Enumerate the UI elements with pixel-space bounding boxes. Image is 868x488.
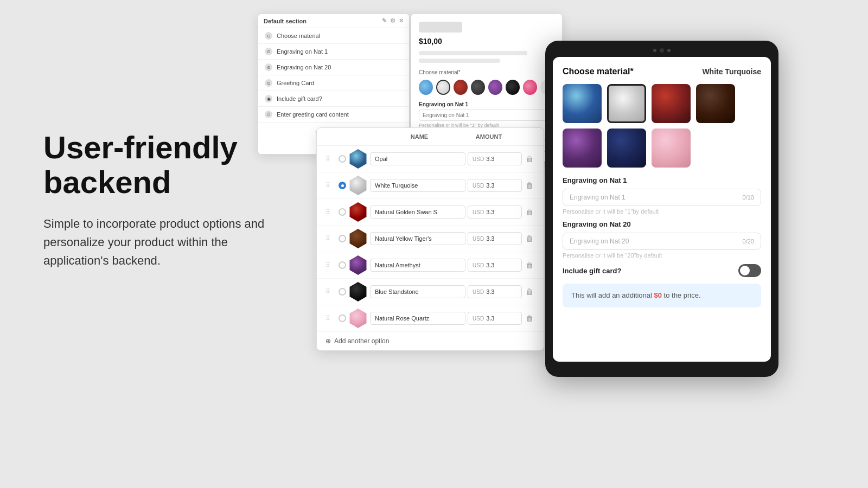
delete-standstone[interactable]: 🗑: [524, 286, 535, 297]
dice-img-amethyst: [348, 255, 368, 275]
swatch-rose[interactable]: [523, 80, 537, 95]
item-label: Engraving on Nat 1: [277, 48, 328, 55]
drag-handle[interactable]: ⠿: [326, 182, 336, 189]
drag-handle[interactable]: ⠿: [326, 235, 336, 242]
swatch-amethyst[interactable]: [488, 80, 502, 95]
item-icon: ⊙: [265, 32, 272, 40]
panel-item-material[interactable]: ⊙ Choose material: [258, 28, 409, 44]
item-icon: ⠿: [265, 111, 272, 118]
edit-icon[interactable]: ✎: [382, 17, 387, 24]
tablet-swatch-yellow[interactable]: [696, 84, 735, 123]
swatch-opal[interactable]: [419, 80, 433, 95]
radio-standstone[interactable]: [339, 288, 346, 296]
panel-item-card-content[interactable]: ⠿ Enter greeting card content: [258, 107, 409, 123]
material-label: Choose material*: [419, 69, 554, 75]
radio-golden[interactable]: [339, 208, 346, 216]
addon-text-suffix: to the price.: [664, 291, 701, 299]
item-icon: ⊙: [265, 48, 272, 55]
col-del: [519, 133, 535, 140]
table-header: NAME AMOUNT: [317, 128, 544, 146]
panel-item-giftcard[interactable]: ◉ Include gift card?: [258, 91, 409, 107]
tablet-engraving20-title: Engraving on Nat 20: [563, 220, 761, 228]
amount-field-amethyst: USD 3.3: [468, 259, 522, 272]
drag-handle[interactable]: ⠿: [326, 314, 336, 322]
tablet-swatches-grid: [563, 84, 761, 168]
settings-icon[interactable]: ⚙: [390, 17, 395, 24]
product-desc-lines: [419, 51, 554, 63]
close-icon[interactable]: ✕: [399, 17, 404, 24]
swatch-standstone[interactable]: [506, 80, 520, 95]
tablet-engraving20-count: 0/20: [743, 238, 754, 245]
backend-panel-title: Default section: [264, 18, 307, 24]
name-input-white[interactable]: [370, 179, 465, 192]
drag-handle[interactable]: ⠿: [326, 208, 336, 216]
delete-amethyst[interactable]: 🗑: [524, 260, 535, 271]
name-input-amethyst[interactable]: [370, 259, 465, 272]
panel-item-greeting[interactable]: ⊙ Greeting Card: [258, 75, 409, 91]
desc-line: [419, 59, 500, 63]
radio-opal[interactable]: [339, 155, 346, 163]
radio-white-turquoise[interactable]: [339, 182, 346, 189]
item-icon: ⊙: [265, 63, 272, 71]
radio-amethyst[interactable]: [339, 261, 346, 269]
tablet-engraving1-hint: Personalise or it will be "1"by default: [563, 208, 761, 215]
dice-img-standstone: [348, 282, 368, 301]
camera-dot: [667, 49, 671, 52]
delete-yellow[interactable]: 🗑: [524, 233, 535, 244]
delete-white[interactable]: 🗑: [524, 180, 535, 191]
tablet-swatch-golden[interactable]: [652, 84, 691, 123]
amount-field-opal: USD 3.3: [468, 152, 522, 165]
panel-item-engrave1[interactable]: ⊙ Engraving on Nat 1: [258, 44, 409, 60]
delete-golden[interactable]: 🗑: [524, 207, 535, 217]
dice-img-white: [348, 176, 368, 195]
tablet-selected-label: White Turquoise: [702, 67, 761, 76]
add-option-button[interactable]: ⊕ Add another option: [317, 332, 544, 350]
tablet-swatch-rose[interactable]: [652, 129, 691, 168]
col-drag: [326, 133, 336, 140]
amount-field-standstone: USD 3.3: [468, 285, 522, 298]
dice-img-rose: [348, 309, 368, 328]
camera-dot: [653, 49, 656, 52]
tablet-camera-area: [553, 48, 771, 53]
tablet-swatch-standstone[interactable]: [607, 129, 646, 168]
name-input-opal[interactable]: [370, 152, 465, 165]
table-row: ⠿ USD 3.3 🗑: [317, 226, 544, 252]
radio-yellow[interactable]: [339, 235, 346, 242]
tablet-swatch-white[interactable]: [607, 84, 646, 123]
gift-toggle[interactable]: [738, 264, 761, 277]
tablet-swatch-opal[interactable]: [563, 84, 602, 123]
addon-text-prefix: This will add an additional: [571, 291, 654, 299]
item-label: Engraving on Nat 20: [277, 64, 331, 70]
engraving1-label: Engraving on Nat 1: [419, 101, 554, 107]
hero-section: User-friendly backend Simple to incorpor…: [43, 130, 293, 270]
tablet-swatch-amethyst[interactable]: [563, 129, 602, 168]
tablet-engraving1-input-row[interactable]: Engraving on Nat 1 0/10: [563, 189, 761, 206]
amount-field-rose: USD 3.3: [468, 312, 522, 325]
table-row: ⠿ USD 3.3 🗑: [317, 172, 544, 199]
swatch-yellow[interactable]: [471, 80, 485, 95]
drag-handle[interactable]: ⠿: [326, 155, 336, 163]
table-row: ⠿ USD 3.3 🗑: [317, 199, 544, 226]
name-input-rose[interactable]: [370, 312, 465, 325]
drag-handle[interactable]: ⠿: [326, 288, 336, 296]
engraving1-input[interactable]: [419, 110, 554, 121]
tablet-gift-toggle-row: Include gift card?: [563, 264, 761, 277]
swatch-golden[interactable]: [454, 80, 468, 95]
name-input-standstone[interactable]: [370, 285, 465, 298]
radio-rose[interactable]: [339, 314, 346, 322]
table-row: ⠿ USD 3.3 🗑: [317, 279, 544, 305]
name-input-golden[interactable]: [370, 206, 465, 219]
col-radio: [336, 133, 353, 140]
swatch-white-turquoise[interactable]: [436, 80, 450, 95]
drag-handle[interactable]: ⠿: [326, 261, 336, 269]
tablet-gift-label: Include gift card?: [563, 267, 621, 275]
tablet-engraving20-input-row[interactable]: Engraving on Nat 20 0/20: [563, 233, 761, 250]
hero-title: User-friendly backend: [43, 130, 293, 200]
name-input-yellow[interactable]: [370, 232, 465, 245]
panel-item-engrave20[interactable]: ⊙ Engraving on Nat 20: [258, 60, 409, 75]
delete-opal[interactable]: 🗑: [524, 153, 535, 164]
item-icon: ⊙: [265, 79, 272, 87]
tablet-engraving20-placeholder: Engraving on Nat 20: [570, 237, 629, 245]
col-amount-header: AMOUNT: [459, 133, 519, 140]
delete-rose[interactable]: 🗑: [524, 313, 535, 324]
